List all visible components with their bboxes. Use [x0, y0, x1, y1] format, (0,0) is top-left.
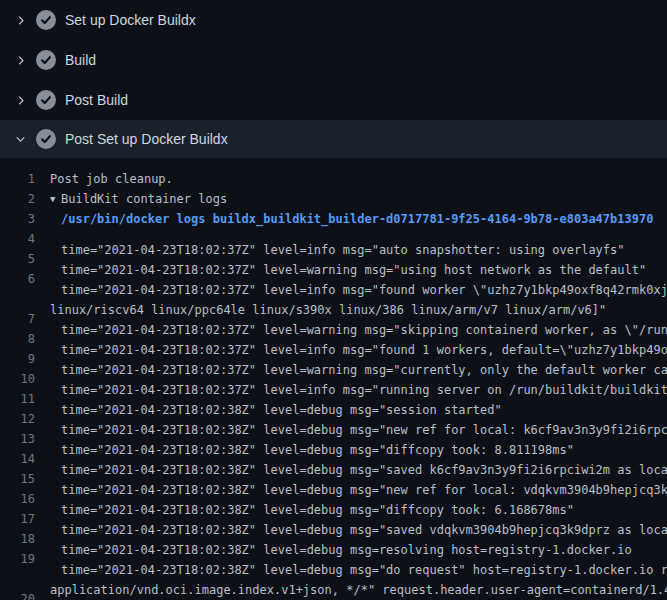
- log-line: 7 time="2021-04-23T18:02:37Z" level=warn…: [0, 309, 667, 329]
- line-number[interactable]: 7: [0, 309, 35, 329]
- step-header-post-set-up-docker-buildx[interactable]: Post Set up Docker Buildx: [0, 120, 667, 158]
- log-text: linux/riscv64 linux/ppc64le linux/s390x …: [50, 289, 606, 309]
- line-number[interactable]: 8: [0, 329, 35, 349]
- log-line: 6 time="2021-04-23T18:02:37Z" level=info…: [0, 269, 667, 289]
- step-label: Build: [65, 52, 96, 68]
- step-label: Set up Docker Buildx: [65, 12, 196, 28]
- log-line: linux/riscv64 linux/ppc64le linux/s390x …: [0, 289, 667, 309]
- log-text: time="2021-04-23T18:02:38Z" level=debug …: [61, 529, 632, 549]
- log-line: 3 /usr/bin/docker logs buildx_buildkit_b…: [0, 209, 667, 229]
- log-text: time="2021-04-23T18:02:38Z" level=debug …: [61, 409, 667, 429]
- chevron-right-icon: [13, 93, 27, 107]
- log-text: time="2021-04-23T18:02:38Z" level=debug …: [61, 389, 502, 409]
- line-number[interactable]: 2: [0, 189, 35, 209]
- log-text: time="2021-04-23T18:02:38Z" level=debug …: [61, 449, 667, 469]
- step-header-post-build[interactable]: Post Build: [0, 80, 667, 120]
- step-header-build[interactable]: Build: [0, 40, 667, 80]
- line-number: [0, 289, 35, 309]
- check-circle-icon: [36, 129, 56, 149]
- line-number[interactable]: 16: [0, 489, 35, 509]
- line-number[interactable]: 14: [0, 449, 35, 469]
- log-text: application/vnd.oci.image.index.v1+json,…: [50, 569, 667, 589]
- log-line: application/vnd.oci.image.index.v1+json,…: [0, 569, 667, 589]
- check-circle-icon: [36, 50, 56, 70]
- line-number[interactable]: 5: [0, 249, 35, 269]
- log-line: 1 Post job cleanup.: [0, 169, 667, 189]
- line-number[interactable]: 17: [0, 509, 35, 529]
- chevron-down-icon: [13, 132, 27, 146]
- log-line: 4 time="2021-04-23T18:02:37Z" level=info…: [0, 229, 667, 249]
- line-number[interactable]: 3: [0, 209, 35, 229]
- log-line: 14 time="2021-04-23T18:02:38Z" level=deb…: [0, 449, 667, 469]
- log-line: 13 time="2021-04-23T18:02:38Z" level=deb…: [0, 429, 667, 449]
- line-number[interactable]: 19: [0, 549, 35, 569]
- log-line: 17 time="2021-04-23T18:02:38Z" level=deb…: [0, 509, 667, 529]
- log-text: time="2021-04-23T18:02:37Z" level=warnin…: [61, 349, 667, 369]
- line-number[interactable]: 12: [0, 409, 35, 429]
- line-number[interactable]: 18: [0, 529, 35, 549]
- log-area: 1 Post job cleanup. 2 ▼ BuildKit contain…: [0, 158, 667, 600]
- line-number[interactable]: 10: [0, 369, 35, 389]
- line-number[interactable]: 1: [0, 169, 35, 189]
- log-text: time="2021-04-23T18:02:37Z" level=warnin…: [61, 249, 646, 269]
- steps-list: Set up Docker Buildx Build Post Bu: [0, 0, 667, 158]
- log-line: 12 time="2021-04-23T18:02:38Z" level=deb…: [0, 409, 667, 429]
- line-number[interactable]: 11: [0, 389, 35, 409]
- log-text: time="2021-04-23T18:02:37Z" level=info m…: [61, 229, 625, 249]
- log-line: 8 time="2021-04-23T18:02:37Z" level=info…: [0, 329, 667, 349]
- chevron-right-icon: [13, 13, 27, 27]
- log-text: time="2021-04-23T18:02:37Z" level=info m…: [61, 369, 667, 389]
- log-text: time="2021-04-23T18:02:38Z" level=debug …: [61, 469, 667, 489]
- actions-log-viewer: Set up Docker Buildx Build Post Bu: [0, 0, 667, 600]
- log-text: time="2021-04-23T18:02:37Z" level=info m…: [61, 269, 667, 289]
- chevron-right-icon: [13, 53, 27, 67]
- log-text: time="2021-04-23T18:02:38Z" level=debug …: [61, 489, 574, 509]
- log-line: 9 time="2021-04-23T18:02:37Z" level=warn…: [0, 349, 667, 369]
- check-circle-icon: [36, 90, 56, 110]
- line-number[interactable]: 20: [0, 589, 35, 600]
- log-line: 18 time="2021-04-23T18:02:38Z" level=deb…: [0, 529, 667, 549]
- log-text: Post job cleanup.: [50, 169, 173, 189]
- log-line: 10 time="2021-04-23T18:02:37Z" level=inf…: [0, 369, 667, 389]
- line-number[interactable]: 9: [0, 349, 35, 369]
- log-line: 2 ▼ BuildKit container logs: [0, 189, 667, 209]
- log-text: BuildKit container logs: [61, 189, 227, 209]
- step-label: Post Build: [65, 92, 128, 108]
- log-text: time="2021-04-23T18:02:38Z" level=debug …: [61, 589, 667, 600]
- step-header-set-up-docker-buildx[interactable]: Set up Docker Buildx: [0, 0, 667, 40]
- log-text: /usr/bin/docker logs buildx_buildkit_bui…: [61, 209, 653, 229]
- line-number: [0, 569, 35, 589]
- log-text: time="2021-04-23T18:02:37Z" level=info m…: [61, 329, 667, 349]
- log-line: 5 time="2021-04-23T18:02:37Z" level=warn…: [0, 249, 667, 269]
- log-line: 20 time="2021-04-23T18:02:38Z" level=deb…: [0, 589, 667, 600]
- step-label: Post Set up Docker Buildx: [65, 131, 228, 147]
- log-text: time="2021-04-23T18:02:38Z" level=debug …: [61, 549, 667, 569]
- log-text: time="2021-04-23T18:02:37Z" level=warnin…: [61, 309, 667, 329]
- log-line: 15 time="2021-04-23T18:02:38Z" level=deb…: [0, 469, 667, 489]
- collapse-arrow-icon[interactable]: ▼: [50, 189, 61, 209]
- log-text: time="2021-04-23T18:02:38Z" level=debug …: [61, 509, 667, 529]
- log-line: 19 time="2021-04-23T18:02:38Z" level=deb…: [0, 549, 667, 569]
- log-text: time="2021-04-23T18:02:38Z" level=debug …: [61, 429, 574, 449]
- line-number[interactable]: 6: [0, 269, 35, 289]
- line-number[interactable]: 13: [0, 429, 35, 449]
- line-number[interactable]: 4: [0, 229, 35, 249]
- check-circle-icon: [36, 10, 56, 30]
- line-number[interactable]: 15: [0, 469, 35, 489]
- log-line: 16 time="2021-04-23T18:02:38Z" level=deb…: [0, 489, 667, 509]
